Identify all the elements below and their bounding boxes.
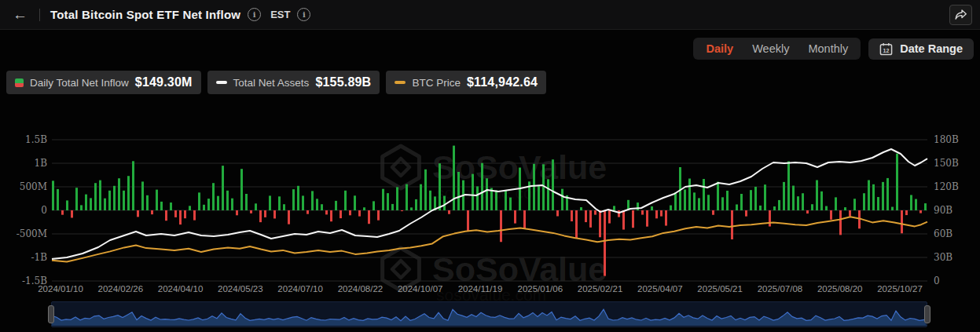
title-divider	[39, 9, 40, 21]
navigator-right-handle[interactable]	[924, 305, 930, 323]
tab-monthly[interactable]: Monthly	[808, 42, 848, 55]
x-axis-label: 2024/02/26	[98, 284, 144, 294]
back-arrow-icon[interactable]: ←	[8, 6, 32, 24]
svg-text:1B: 1B	[35, 158, 48, 169]
sosovalue-watermark: SoSoValuesosovalue.com	[383, 248, 607, 302]
svg-text:120B: 120B	[934, 181, 959, 192]
right-axis-labels: 180B150B120B90B60B30B0	[934, 134, 959, 286]
svg-text:SoSoValue: SoSoValue	[432, 250, 607, 288]
svg-text:-1B: -1B	[31, 252, 47, 263]
svg-text:12: 12	[883, 47, 890, 53]
date-range-button[interactable]: 12 Date Range	[868, 38, 974, 60]
inflow-bar-icon	[15, 78, 24, 87]
x-axis-label: 2025/10/27	[877, 284, 923, 294]
main-chart-area[interactable]: SoSoValuesosovalue.comSoSoValuesosovalue…	[0, 98, 980, 302]
legend-label: Total Net Assets	[233, 77, 310, 89]
share-button[interactable]	[949, 5, 972, 25]
timezone-info-icon[interactable]: i	[297, 8, 310, 21]
x-axis-label: 2024/08/22	[338, 284, 384, 294]
page-title: Total Bitcoin Spot ETF Net Inflow	[50, 8, 240, 21]
legend-item-net-inflow[interactable]: Daily Total Net Inflow $149.30M	[6, 71, 201, 94]
x-axis-label: 2024/05/23	[218, 284, 263, 294]
x-axis-label: 2025/01/06	[518, 284, 563, 294]
legend-value: $155.89B	[315, 75, 371, 89]
x-axis-label: 2024/04/10	[158, 284, 204, 294]
range-navigator[interactable]	[51, 301, 927, 327]
calendar-icon: 12	[879, 42, 893, 56]
x-axis-label: 2024/11/19	[458, 284, 503, 294]
svg-text:90B: 90B	[934, 205, 952, 216]
x-axis-label: 2025/02/21	[578, 284, 623, 294]
period-tabs: Daily Weekly Monthly	[693, 38, 861, 60]
x-axis-label: 2025/05/21	[697, 284, 743, 294]
svg-text:500M: 500M	[20, 181, 47, 192]
legend-item-net-assets[interactable]: Total Net Assets $155.89B	[207, 71, 380, 94]
svg-text:150B: 150B	[934, 158, 959, 169]
btc-price-line-icon	[395, 81, 406, 84]
x-axis-label: 2024/10/07	[398, 284, 443, 294]
svg-text:0: 0	[934, 275, 940, 286]
x-axis-label: 2024/01/10	[38, 284, 83, 294]
svg-text:30B: 30B	[934, 252, 952, 263]
svg-text:1.5B: 1.5B	[25, 134, 47, 145]
svg-text:-500M: -500M	[17, 228, 47, 239]
x-axis-label: 2025/07/08	[758, 284, 803, 294]
net-assets-line-icon	[216, 81, 227, 84]
date-range-label: Date Range	[900, 42, 963, 55]
legend-item-btc-price[interactable]: BTC Price $114,942.64	[386, 71, 546, 94]
svg-text:60B: 60B	[934, 228, 952, 239]
timezone-label: EST	[270, 9, 290, 20]
x-axis-label: 2025/04/07	[637, 284, 683, 294]
top-bar: ← Total Bitcoin Spot ETF Net Inflow i ES…	[0, 0, 980, 30]
legend-label: Daily Total Net Inflow	[30, 77, 129, 89]
tab-daily[interactable]: Daily	[706, 42, 733, 55]
svg-text:0: 0	[41, 205, 47, 216]
tab-weekly[interactable]: Weekly	[752, 42, 789, 55]
x-axis-labels: 2024/01/102024/02/262024/04/102024/05/23…	[38, 284, 923, 294]
navigator-left-handle[interactable]	[48, 305, 54, 323]
x-axis-label: 2025/08/20	[817, 284, 863, 294]
combo-chart[interactable]: SoSoValuesosovalue.comSoSoValuesosovalue…	[0, 98, 980, 302]
chart-legend: Daily Total Net Inflow $149.30M Total Ne…	[6, 71, 546, 94]
title-info-icon[interactable]: i	[248, 8, 261, 21]
x-axis-label: 2024/07/10	[277, 284, 323, 294]
left-axis-labels: 1.5B1B500M0-500M-1B-1.5B	[17, 134, 47, 286]
svg-text:180B: 180B	[934, 134, 959, 145]
bitcoin-etf-inflow-page: ← Total Bitcoin Spot ETF Net Inflow i ES…	[0, 0, 980, 332]
chart-controls: Daily Weekly Monthly 12 Date Range	[693, 38, 974, 60]
legend-label: BTC Price	[412, 77, 461, 89]
sosovalue-watermark: SoSoValuesosovalue.com	[383, 146, 607, 202]
legend-value: $114,942.64	[467, 75, 538, 89]
share-icon	[955, 9, 967, 20]
legend-value: $149.30M	[135, 75, 193, 89]
